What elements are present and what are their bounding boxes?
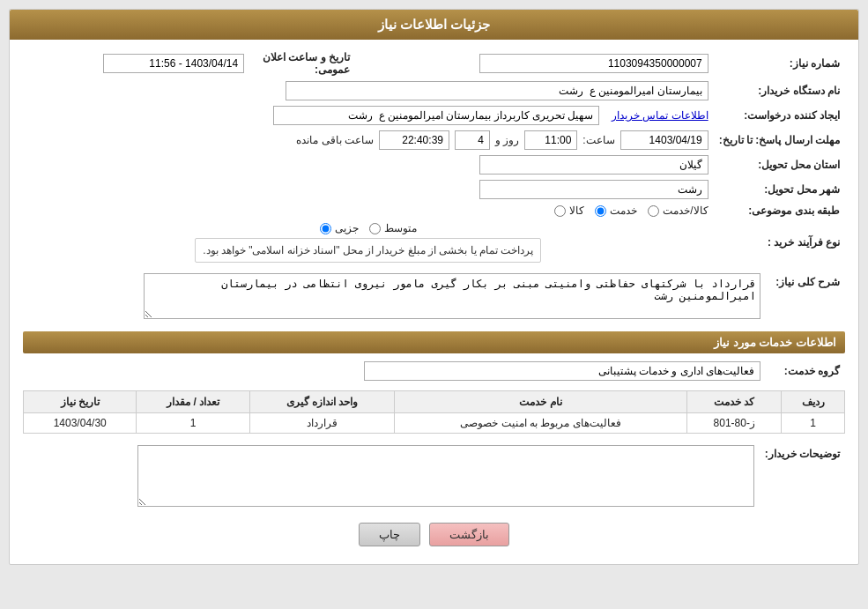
shomare-niaz-input[interactable]: [479, 54, 708, 73]
th-radif: ردیف: [782, 391, 845, 413]
row-code: ز-80-801: [687, 413, 782, 434]
pardakht-notice: پرداخت تمام یا بخشی از مبلغ خریدار از مح…: [195, 238, 541, 263]
jozii-label: جزیی: [335, 222, 359, 234]
ostan-cell: [23, 152, 714, 177]
sharh-label: شرح کلی نیاز:: [766, 271, 845, 324]
khadamat-radio-label: خدمت: [610, 204, 637, 217]
th-tarikh: تاریخ نیاز: [24, 391, 137, 413]
grohe-khadamat-table: گروه خدمت:: [23, 359, 845, 383]
sharh-cell: قرارداد با شرکتهای حفاظتی وامنیتی مبنی ب…: [23, 271, 766, 324]
mohlat-remaining-label: ساعت باقی مانده: [296, 134, 374, 146]
tarikh-saat-cell: [23, 48, 249, 78]
jozii-radio[interactable]: جزیی: [320, 222, 359, 234]
page-wrapper: جزئیات اطلاعات نیاز شماره نیاز: تاریخ و …: [0, 0, 868, 609]
nooe-farayand-cell: متوسط جزیی پرداخت تمام یا بخشی از مبلغ خ…: [23, 219, 714, 265]
khadamat-radio[interactable]: خدمت: [595, 204, 637, 217]
tawzihat-table: توضیحات خریدار:: [23, 442, 845, 512]
row-vahed: قرارداد: [249, 413, 394, 434]
grohe-khadamat-input[interactable]: [364, 361, 760, 381]
row-tarikh: 1403/04/30: [24, 413, 137, 434]
card-body: شماره نیاز: تاریخ و ساعت اعلان عمومی: نا…: [10, 40, 858, 564]
row-radif: 1: [782, 413, 845, 434]
mohlat-time-input[interactable]: [524, 130, 577, 150]
khadamat-section-title: اطلاعات خدمات مورد نیاز: [23, 331, 845, 353]
tarikh-saat-input[interactable]: [103, 54, 244, 73]
tawzihat-textarea[interactable]: [137, 445, 754, 507]
row-name: فعالیت‌های مربوط به امنیت خصوصی: [395, 413, 687, 434]
back-button[interactable]: بازگشت: [429, 523, 509, 546]
tarikh-saat-label: تاریخ و ساعت اعلان عمومی:: [249, 48, 355, 78]
kala-khadamat-radio[interactable]: کالا/خدمت: [648, 204, 708, 217]
name-dastgah-label: نام دستگاه خریدار:: [714, 78, 845, 103]
tabaqe-label: طبقه بندی موضوعی:: [714, 202, 845, 219]
button-row: بازگشت چاپ: [23, 523, 845, 555]
shomare-niaz-cell: [355, 48, 714, 78]
shahr-label: شهر محل تحویل:: [714, 177, 845, 202]
row-tedad: 1: [137, 413, 249, 434]
kala-khadamat-label: کالا/خدمت: [663, 204, 708, 217]
top-info-table: شماره نیاز: تاریخ و ساعت اعلان عمومی: نا…: [23, 48, 845, 265]
mohlat-rooz-label: روز و: [495, 134, 519, 146]
motovaset-radio[interactable]: متوسط: [369, 222, 417, 234]
nooe-farayand-label: نوع فرآیند خرید :: [714, 219, 845, 265]
mohlat-date-input[interactable]: [620, 130, 708, 150]
th-name: نام خدمت: [395, 391, 687, 413]
mohlat-rooz-input[interactable]: [455, 130, 490, 150]
grohe-khadamat-cell: [23, 359, 766, 383]
shahr-cell: [23, 177, 714, 202]
page-title: جزئیات اطلاعات نیاز: [378, 17, 490, 32]
sharh-table: شرح کلی نیاز: قرارداد با شرکتهای حفاظتی …: [23, 271, 845, 324]
ostan-label: استان محل تحویل:: [714, 152, 845, 177]
table-row: 1 ز-80-801 فعالیت‌های مربوط به امنیت خصو…: [24, 413, 845, 434]
card-header: جزئیات اطلاعات نیاز: [10, 10, 858, 40]
mohlat-cell: ساعت: روز و ساعت باقی مانده: [23, 128, 714, 152]
motovaset-label: متوسط: [384, 222, 417, 234]
tawzihat-label: توضیحات خریدار:: [760, 442, 845, 512]
shomare-niaz-label: شماره نیاز:: [714, 48, 845, 78]
creator-label: ایجاد کننده درخواست:: [714, 103, 845, 128]
ostan-input[interactable]: [479, 155, 708, 175]
services-table: ردیف کد خدمت نام خدمت واحد اندازه گیری ت…: [23, 390, 845, 434]
th-tedad: تعداد / مقدار: [137, 391, 249, 413]
creator-input[interactable]: [273, 106, 599, 125]
name-dastgah-cell: [23, 78, 714, 103]
mohlat-label: مهلت ارسال پاسخ: تا تاریخ:: [714, 128, 845, 152]
sharh-textarea[interactable]: قرارداد با شرکتهای حفاظتی وامنیتی مبنی ب…: [144, 273, 760, 319]
mohlat-remaining-input[interactable]: [379, 130, 449, 150]
grohe-khadamat-label: گروه خدمت:: [766, 359, 845, 383]
print-button[interactable]: چاپ: [359, 523, 420, 546]
mohlat-time-label: ساعت:: [582, 134, 614, 146]
contact-link[interactable]: اطلاعات تماس خریدار: [612, 109, 708, 122]
th-vahed: واحد اندازه گیری: [249, 391, 394, 413]
creator-cell: اطلاعات تماس خریدار: [23, 103, 714, 128]
tawzihat-cell: [23, 442, 760, 512]
main-card: جزئیات اطلاعات نیاز شماره نیاز: تاریخ و …: [9, 9, 859, 565]
shahr-input[interactable]: [479, 180, 708, 199]
tabaqe-cell: کالا/خدمت خدمت کالا: [23, 202, 714, 219]
kala-radio[interactable]: کالا: [554, 204, 584, 217]
name-dastgah-input[interactable]: [286, 81, 708, 100]
th-code: کد خدمت: [687, 391, 782, 413]
kala-radio-label: کالا: [569, 204, 584, 217]
